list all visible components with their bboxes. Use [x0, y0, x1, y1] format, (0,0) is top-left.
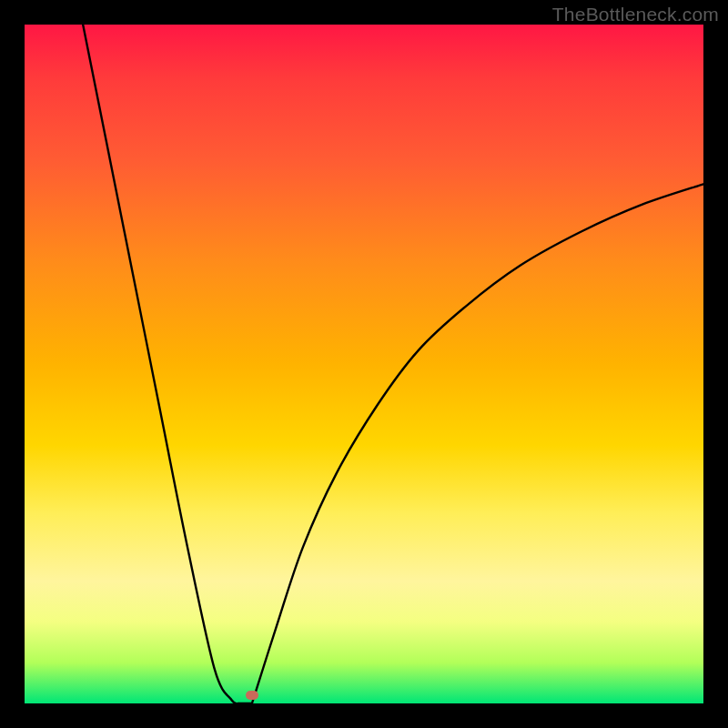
optimum-marker	[246, 691, 258, 700]
watermark-text: TheBottleneck.com	[552, 4, 719, 25]
chart-plot-area	[25, 25, 703, 703]
bottleneck-curve-path	[83, 25, 703, 709]
chart-curve	[25, 25, 703, 703]
chart-frame: TheBottleneck.com	[0, 0, 728, 728]
